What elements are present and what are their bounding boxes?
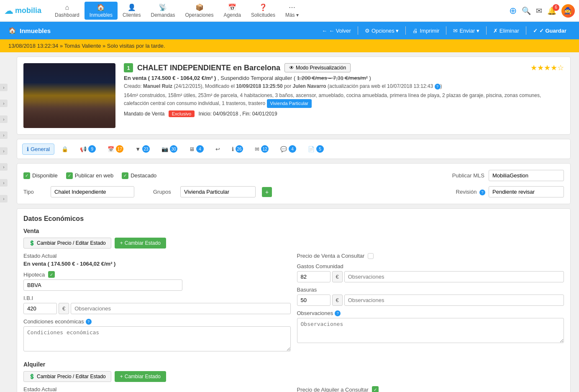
left-arrow-8[interactable]: › xyxy=(0,195,8,202)
info2-badge: 26 xyxy=(236,145,243,153)
grupos-select[interactable]: Vivienda Particular xyxy=(180,186,256,197)
property-image xyxy=(23,63,115,128)
nav-mas[interactable]: ⋯ Más ▾ xyxy=(280,2,304,20)
alquiler-subsection: Alquiler 💲 Cambiar Precio / Editar Estad… xyxy=(23,361,564,392)
left-arrow-1[interactable]: › xyxy=(0,84,8,91)
alquiler-precio-consultar-field: Precio de Alquiler a Consultar ✓ xyxy=(297,386,564,392)
tipo-select[interactable]: Chalet Independiente xyxy=(51,186,134,197)
nav-solicitudes[interactable]: ❓ Solicitudes xyxy=(246,2,280,20)
top-navigation: ☁ mobilia ⌂ Dashboard 🏠 Inmuebles 👤 Clie… xyxy=(0,0,579,22)
condiciones-help-icon[interactable]: ? xyxy=(86,319,92,325)
left-arrow-2[interactable]: › xyxy=(0,100,8,107)
condiciones-field: Condiciones económicas ? xyxy=(23,318,291,353)
tab-doc[interactable]: 📄 5 xyxy=(303,143,328,155)
observaciones-textarea[interactable] xyxy=(297,318,564,343)
gastos-obs-input[interactable] xyxy=(344,271,564,282)
publicar-web-checkbox[interactable]: ✓ xyxy=(66,172,73,179)
tab-history[interactable]: ↩ xyxy=(211,143,225,155)
basuras-input-group: € xyxy=(297,295,564,306)
property-card: 1 CHALET INDEPENDIENTE en Barcelona 👁 Mo… xyxy=(17,56,571,135)
hipoteca-checkbox[interactable]: ✓ xyxy=(48,271,55,278)
tab-lock[interactable]: 🔒 xyxy=(57,143,73,155)
filter-icon: ▼ xyxy=(135,146,141,152)
tab-camera[interactable]: 📷 30 xyxy=(157,143,182,155)
nav-operaciones[interactable]: 📦 Operaciones xyxy=(180,2,219,20)
observaciones-help-icon[interactable]: ? xyxy=(335,310,341,316)
tab-calendar[interactable]: 📅 17 xyxy=(103,143,128,155)
left-arrow-3[interactable]: › xyxy=(0,115,8,123)
tab-mail[interactable]: ✉ 12 xyxy=(250,143,273,155)
divider-4 xyxy=(486,26,487,35)
estado-actual-label: Estado Actual xyxy=(23,253,291,259)
volver-button[interactable]: ← ← Volver xyxy=(318,26,355,36)
precio-consultar-checkbox[interactable] xyxy=(368,253,374,259)
hipoteca-input[interactable] xyxy=(23,279,182,291)
publicar-web-label[interactable]: ✓ Publicar en web xyxy=(66,172,114,179)
opciones-button[interactable]: ⚙ Opciones ▾ xyxy=(361,26,403,36)
meta-created: Creado: Manuel Ruiz (24/12/2015), Modifi… xyxy=(124,83,442,89)
tab-megaphone[interactable]: 📢 9 xyxy=(75,143,100,155)
nav-agenda[interactable]: 📅 Agenda xyxy=(219,2,246,20)
revision-help-icon[interactable]: ? xyxy=(479,190,485,195)
ibi-obs-input[interactable] xyxy=(71,303,290,314)
venta-right: Precio de Venta a Consultar Gastos Comun… xyxy=(297,253,564,357)
mail-button[interactable]: ✉ xyxy=(536,6,542,15)
revision-label: Revisión ? xyxy=(456,189,485,195)
nav-items: ⌂ Dashboard 🏠 Inmuebles 👤 Clientes 📡 Dem… xyxy=(50,2,509,20)
notification-button[interactable]: 🔔 6 xyxy=(547,6,556,15)
publicar-mls-select[interactable]: MobiliaGestion xyxy=(489,170,564,181)
revision-select[interactable]: Pendiente revisar xyxy=(489,186,564,197)
add-button[interactable]: ⊕ xyxy=(509,5,517,16)
general-form-section: ✓ Disponible ✓ Publicar en web ✓ Destaca… xyxy=(17,163,571,204)
add-grupo-button[interactable]: + xyxy=(262,187,272,197)
eliminar-button[interactable]: ✗ Eliminar xyxy=(489,26,523,36)
divider-5 xyxy=(526,26,526,35)
inmuebles-icon: 🏠 xyxy=(97,3,105,11)
nav-inmuebles[interactable]: 🏠 Inmuebles xyxy=(85,2,118,20)
gastos-input[interactable] xyxy=(297,271,330,282)
cambiar-precio-button[interactable]: 💲 Cambiar Precio / Editar Estado xyxy=(23,238,111,249)
alquiler-cambiar-precio-button[interactable]: 💲 Cambiar Precio / Editar Estado xyxy=(23,371,111,382)
nav-dashboard[interactable]: ⌂ Dashboard xyxy=(50,2,85,20)
left-arrow-6[interactable]: › xyxy=(0,163,8,171)
condiciones-textarea[interactable] xyxy=(23,326,291,351)
nav-mas-label: Más ▾ xyxy=(285,12,299,18)
megaphone-icon: 📢 xyxy=(80,146,87,152)
property-number: 1 xyxy=(124,63,133,72)
alquiler-precio-consultar-checkbox[interactable]: ✓ xyxy=(372,386,379,392)
imprimir-button[interactable]: 🖨 Imprimir xyxy=(408,26,443,36)
tab-general[interactable]: ℹ General xyxy=(22,143,54,155)
disponible-checkbox[interactable]: ✓ xyxy=(23,172,30,179)
left-arrow-5[interactable]: › xyxy=(0,147,8,155)
tab-screen[interactable]: 🖥 4 xyxy=(184,143,208,155)
nav-demandas[interactable]: 📡 Demandas xyxy=(146,2,180,20)
help-icon: ? xyxy=(435,84,441,90)
tab-chat[interactable]: 💬 4 xyxy=(276,143,301,155)
main-content: 1 CHALET INDEPENDIENTE en Barcelona 👁 Mo… xyxy=(8,52,579,392)
preview-button[interactable]: 👁 Modo Previsualización xyxy=(284,63,351,72)
dashboard-icon: ⌂ xyxy=(65,4,69,11)
search-button[interactable]: 🔍 xyxy=(522,6,531,15)
tab-filter[interactable]: ▼ 23 xyxy=(131,143,154,155)
basuras-obs-input[interactable] xyxy=(344,295,564,306)
grupos-label: Grupos xyxy=(153,189,174,195)
left-arrow-7[interactable]: › xyxy=(0,179,8,187)
destacado-checkbox[interactable]: ✓ xyxy=(122,172,128,179)
basuras-input[interactable] xyxy=(297,295,330,306)
nav-clientes[interactable]: 👤 Clientes xyxy=(118,2,146,20)
calendar-badge: 17 xyxy=(116,145,123,153)
tab-info2[interactable]: ℹ 26 xyxy=(227,143,248,155)
nav-demandas-label: Demandas xyxy=(151,12,175,18)
left-arrow-4[interactable]: › xyxy=(0,131,8,139)
cambiar-estado-button[interactable]: + Cambiar Estado xyxy=(115,238,166,249)
publicar-mls-label: Publicar MLS xyxy=(452,172,484,179)
guardar-button[interactable]: ✓ ✓ Guardar xyxy=(529,26,571,36)
gastos-comunidad-field: Gastos Comunidad € xyxy=(297,263,564,282)
ibi-input[interactable] xyxy=(23,303,57,314)
destacado-label[interactable]: ✓ Destacado xyxy=(122,172,156,179)
enviar-button[interactable]: ✉ Enviar ▾ xyxy=(449,26,483,36)
alquiler-cambiar-estado-button[interactable]: + Cambiar Estado xyxy=(115,371,166,382)
doc-badge: 5 xyxy=(316,145,324,153)
user-avatar[interactable]: 🧙 xyxy=(561,4,575,18)
disponible-label[interactable]: ✓ Disponible xyxy=(23,172,58,179)
